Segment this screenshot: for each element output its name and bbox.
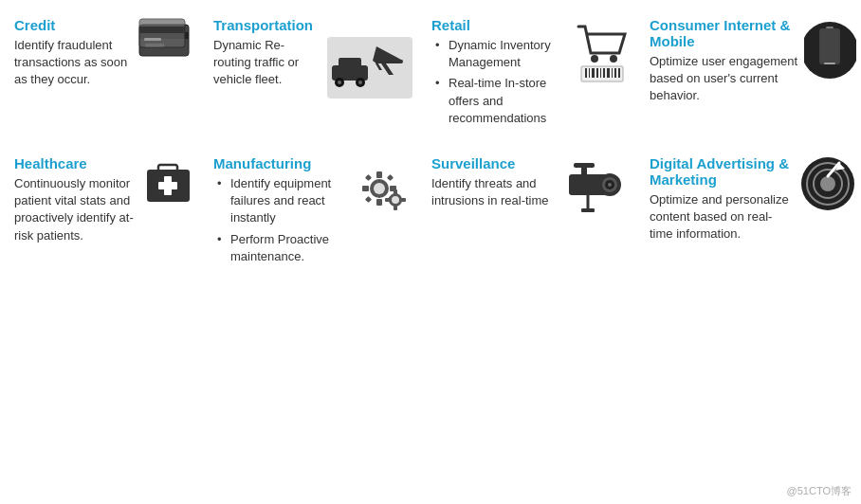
retail-cart-icon bbox=[574, 17, 631, 86]
svg-rect-32 bbox=[820, 30, 839, 63]
svg-rect-54 bbox=[401, 198, 406, 202]
svg-rect-47 bbox=[365, 196, 372, 203]
surveillance-section: Surveillance Identify threats and intrus… bbox=[422, 148, 640, 277]
svg-rect-28 bbox=[614, 68, 616, 78]
svg-point-40 bbox=[374, 183, 385, 194]
manufacturing-section: Manufacturing Identify equipment failure… bbox=[204, 148, 422, 277]
svg-rect-63 bbox=[581, 208, 595, 212]
svg-rect-38 bbox=[158, 182, 177, 189]
svg-rect-21 bbox=[589, 68, 590, 78]
svg-point-50 bbox=[392, 196, 399, 204]
transportation-title: Transportation bbox=[213, 17, 412, 33]
svg-rect-52 bbox=[394, 206, 397, 210]
credit-section: Credit Identify fraudulent transactions … bbox=[5, 9, 204, 138]
svg-rect-45 bbox=[365, 174, 372, 181]
credit-card-icon bbox=[137, 17, 194, 63]
svg-rect-43 bbox=[362, 186, 369, 191]
consumer-internet-text: Optimize user engagement based on user's… bbox=[650, 53, 798, 105]
transportation-icon bbox=[327, 37, 412, 101]
credit-text: Identify fraudulent transactions as soon… bbox=[14, 37, 132, 89]
svg-point-17 bbox=[591, 55, 598, 63]
svg-rect-61 bbox=[574, 163, 595, 168]
manufacturing-bullets: Identify equipment failures and react in… bbox=[213, 175, 345, 265]
svg-point-10 bbox=[338, 81, 341, 84]
svg-rect-27 bbox=[612, 68, 613, 78]
digital-advertising-title: Digital Advertising & Marketing bbox=[650, 155, 794, 188]
healthcare-title: Healthcare bbox=[14, 155, 137, 171]
gears-icon bbox=[351, 155, 412, 225]
svg-rect-23 bbox=[596, 68, 598, 78]
digital-advertising-text: Optimize and personalize content based o… bbox=[650, 191, 794, 243]
retail-title: Retail bbox=[431, 17, 568, 33]
credit-title: Credit bbox=[14, 17, 132, 33]
consumer-internet-title: Consumer Internet & Mobile bbox=[650, 17, 798, 49]
svg-rect-29 bbox=[618, 68, 620, 78]
manufacturing-title: Manufacturing bbox=[213, 155, 345, 171]
manufacturing-bullet-1: Identify equipment failures and react in… bbox=[213, 175, 345, 227]
svg-rect-48 bbox=[387, 174, 394, 181]
svg-point-18 bbox=[610, 55, 617, 63]
healthcare-text: Continuously monitor patient vital stats… bbox=[14, 175, 137, 244]
svg-rect-41 bbox=[376, 171, 382, 178]
svg-point-67 bbox=[820, 176, 835, 191]
svg-rect-19 bbox=[581, 66, 623, 81]
mobile-phone-icon bbox=[804, 17, 856, 86]
svg-point-12 bbox=[358, 81, 362, 84]
svg-rect-53 bbox=[385, 198, 390, 202]
svg-rect-4 bbox=[139, 27, 185, 33]
svg-rect-34 bbox=[826, 27, 834, 28]
svg-rect-8 bbox=[339, 58, 361, 69]
svg-rect-20 bbox=[585, 68, 587, 78]
svg-rect-36 bbox=[158, 165, 177, 172]
surveillance-camera-icon bbox=[564, 155, 631, 220]
svg-rect-33 bbox=[824, 63, 835, 64]
transportation-section: Transportation Dynamic Re-routing traffi… bbox=[204, 9, 422, 138]
svg-rect-25 bbox=[603, 68, 605, 78]
surveillance-text: Identify threats and intrusions in real-… bbox=[431, 175, 559, 209]
surveillance-title: Surveillance bbox=[431, 155, 559, 171]
healthcare-section: Healthcare Continuously monitor patient … bbox=[5, 148, 204, 277]
svg-rect-16 bbox=[376, 60, 403, 63]
watermark: @51CTO博客 bbox=[787, 484, 852, 498]
svg-rect-22 bbox=[592, 68, 595, 78]
retail-section: Retail Dynamic Inventory Management Real… bbox=[422, 9, 640, 138]
digital-advertising-section: Digital Advertising & Marketing Optimize… bbox=[640, 148, 861, 277]
retail-bullets: Dynamic Inventory Management Real-time I… bbox=[431, 37, 568, 127]
svg-rect-42 bbox=[376, 199, 382, 206]
svg-point-59 bbox=[608, 183, 612, 187]
svg-rect-5 bbox=[144, 38, 161, 41]
retail-bullet-1: Dynamic Inventory Management bbox=[431, 37, 568, 71]
svg-rect-51 bbox=[394, 189, 397, 194]
manufacturing-bullet-2: Perform Proactive maintenance. bbox=[213, 231, 345, 265]
svg-rect-24 bbox=[600, 68, 601, 78]
healthcare-icon bbox=[142, 155, 194, 210]
target-icon bbox=[799, 155, 856, 215]
consumer-internet-section: Consumer Internet & Mobile Optimize user… bbox=[640, 9, 861, 138]
transportation-text: Dynamic Re-routing traffic or vehicle fl… bbox=[213, 37, 321, 89]
retail-bullet-2: Real-time In-store offers and recommenda… bbox=[431, 75, 568, 127]
svg-rect-26 bbox=[607, 68, 610, 78]
